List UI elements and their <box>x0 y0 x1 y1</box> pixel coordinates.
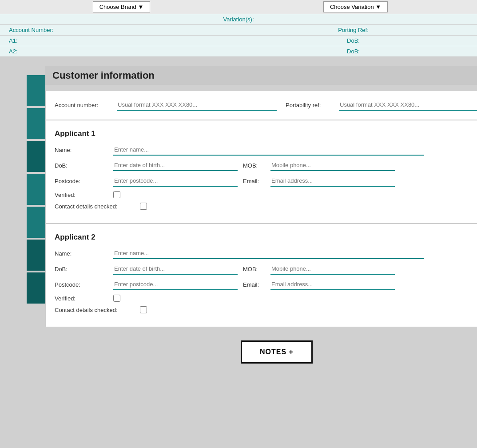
applicant1-name-label: Name: <box>55 147 108 153</box>
applicant2-contact-checkbox[interactable] <box>140 306 147 313</box>
applicant1-verified-row: Verified: <box>55 191 477 198</box>
applicant1-mob-input[interactable] <box>270 160 395 171</box>
applicant1-postcode-label: Postcode: <box>55 178 108 184</box>
applicant1-email-input[interactable] <box>270 176 395 187</box>
applicant1-heading: Applicant 1 <box>55 129 477 138</box>
sidebar-tab-3[interactable] <box>27 141 45 172</box>
applicant1-dob-mob-row: DoB: MOB: <box>55 160 477 171</box>
applicant2-verified-row: Verified: <box>55 295 477 302</box>
section-title: Customer information <box>45 66 477 85</box>
applicant1-postcode-input[interactable] <box>113 176 238 187</box>
account-number-row: Account Number: Porting Ref: <box>0 25 477 36</box>
account-section: Account number: Portability ref: <box>45 90 477 120</box>
sidebar-tab-7[interactable] <box>27 272 45 304</box>
sidebar-tab-4[interactable] <box>27 174 45 205</box>
sidebar-tab-6[interactable] <box>27 240 45 271</box>
applicant1-dob-label: DoB: <box>55 162 108 169</box>
account-number-form-label: Account number: <box>55 102 108 108</box>
a2-label: A2: <box>9 48 238 55</box>
portability-ref-form-label: Portability ref: <box>286 102 330 108</box>
applicant2-postcode-label: Postcode: <box>55 281 108 288</box>
applicant1-contact-row: Contact details checked: <box>55 203 477 210</box>
applicant1-verified-label: Verified: <box>55 192 108 198</box>
applicant2-email-label: Email: <box>243 281 265 288</box>
a1-label: A1: <box>9 37 238 44</box>
variations-label: Variation(s): <box>223 16 254 23</box>
a1-row: A1: DoB: <box>0 36 477 46</box>
dob1-label: DoB: <box>238 37 468 44</box>
applicant1-contact-checkbox[interactable] <box>140 203 147 210</box>
applicant2-section: Applicant 2 Name: DoB: MOB: Postcode: Em… <box>45 224 477 327</box>
variation-row: Variation(s): <box>0 14 477 25</box>
applicant2-postcode-email-row: Postcode: Email: <box>55 279 477 290</box>
applicant1-name-row: Name: <box>55 144 477 156</box>
sidebar <box>27 66 45 372</box>
applicant2-dob-mob-row: DoB: MOB: <box>55 264 477 275</box>
applicant1-verified-checkbox[interactable] <box>113 191 120 198</box>
choose-brand-dropdown[interactable]: Choose Brand ▼ <box>93 1 151 12</box>
applicant2-heading: Applicant 2 <box>55 233 477 242</box>
inner-wrapper: Customer information Account number: Por… <box>45 66 477 372</box>
applicant1-mob-label: MOB: <box>243 162 265 169</box>
top-bar-left: Choose Brand ▼ <box>4 1 238 12</box>
top-bar: Choose Brand ▼ Choose Variation ▼ <box>0 0 477 14</box>
applicant2-mob-label: MOB: <box>243 266 265 272</box>
applicant1-name-input[interactable] <box>113 144 424 156</box>
applicant2-verified-label: Verified: <box>55 295 108 302</box>
applicant2-mob-input[interactable] <box>270 264 395 275</box>
applicant2-contact-row: Contact details checked: <box>55 306 477 313</box>
applicant1-postcode-email-row: Postcode: Email: <box>55 176 477 187</box>
applicant1-email-label: Email: <box>243 178 265 184</box>
applicant2-postcode-input[interactable] <box>113 279 238 290</box>
sidebar-tab-2[interactable] <box>27 108 45 139</box>
applicant2-name-row: Name: <box>55 248 477 259</box>
notes-button[interactable]: NOTES + <box>241 340 313 364</box>
sidebar-tab-5[interactable] <box>27 207 45 238</box>
sidebar-tab-1[interactable] <box>27 75 45 106</box>
porting-ref-label: Porting Ref: <box>238 27 468 33</box>
applicant2-verified-checkbox[interactable] <box>113 295 120 302</box>
applicant1-contact-label: Contact details checked: <box>55 203 135 210</box>
portability-ref-input[interactable] <box>339 100 477 111</box>
applicant2-email-input[interactable] <box>270 279 395 290</box>
account-number-input[interactable] <box>117 100 277 111</box>
dob2-label: DoB: <box>238 48 468 55</box>
applicant2-name-input[interactable] <box>113 248 424 259</box>
account-form-row: Account number: Portability ref: <box>55 100 477 111</box>
choose-variation-dropdown[interactable]: Choose Variation ▼ <box>323 1 388 12</box>
a2-row: A2: DoB: <box>0 46 477 57</box>
main-content: Customer information Account number: Por… <box>0 57 477 381</box>
applicant1-dob-input[interactable] <box>113 160 238 171</box>
info-bar: Variation(s): Account Number: Porting Re… <box>0 14 477 57</box>
applicant2-contact-label: Contact details checked: <box>55 307 135 313</box>
applicant2-name-label: Name: <box>55 250 108 257</box>
applicant2-dob-input[interactable] <box>113 264 238 275</box>
account-number-label: Account Number: <box>9 27 238 33</box>
notes-area: NOTES + <box>45 327 477 372</box>
top-bar-right: Choose Variation ▼ <box>238 1 473 12</box>
applicant1-section: Applicant 1 Name: DoB: MOB: Postcode: Em… <box>45 120 477 224</box>
applicant2-dob-label: DoB: <box>55 266 108 272</box>
